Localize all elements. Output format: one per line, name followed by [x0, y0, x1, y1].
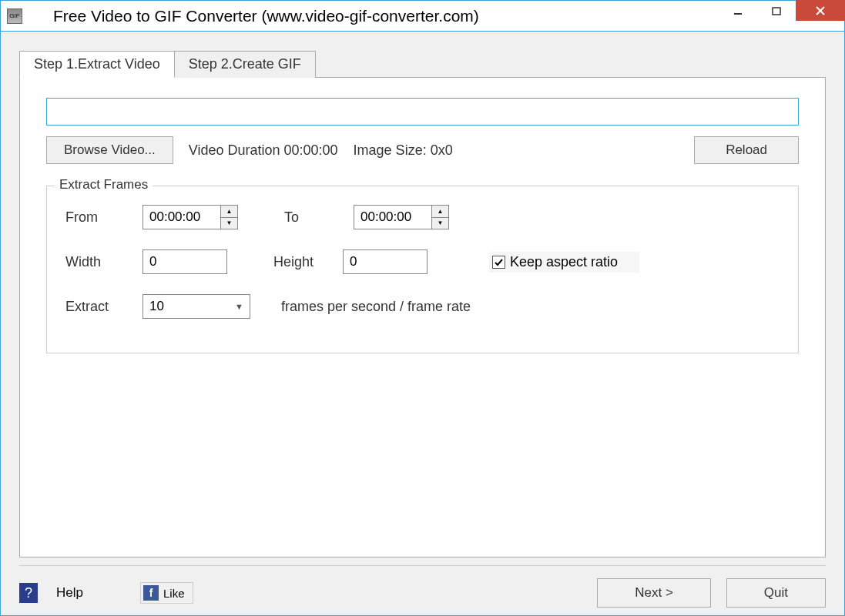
- browse-video-button[interactable]: Browse Video...: [46, 136, 173, 164]
- tab-extract-video[interactable]: Step 1.Extract Video: [19, 51, 175, 78]
- from-spin-up[interactable]: ▲: [221, 206, 237, 218]
- height-input[interactable]: [343, 249, 428, 274]
- to-time-input[interactable]: [354, 206, 431, 229]
- to-spin-up[interactable]: ▲: [432, 206, 448, 218]
- image-size-label: Image Size: 0x0: [354, 142, 453, 159]
- keep-aspect-checkbox-wrap[interactable]: Keep aspect ratio: [489, 252, 639, 273]
- footer: ? Help f Like Next > Quit: [19, 565, 826, 608]
- extract-frames-legend: Extract Frames: [55, 177, 153, 192]
- facebook-icon: f: [143, 585, 159, 601]
- extract-frames-group: Extract Frames From ▲ ▼ To ▲: [46, 186, 799, 353]
- to-label: To: [284, 209, 354, 226]
- width-label: Width: [65, 254, 143, 270]
- framerate-select[interactable]: 10 ▼: [143, 294, 250, 319]
- framerate-suffix: frames per second / frame rate: [281, 299, 471, 315]
- from-time-spinner[interactable]: ▲ ▼: [143, 205, 238, 229]
- tabs: Step 1.Extract Video Step 2.Create GIF: [19, 51, 826, 78]
- window-controls: [719, 1, 844, 31]
- time-range-row: From ▲ ▼ To ▲ ▼: [65, 205, 780, 229]
- framerate-value: 10: [149, 299, 164, 314]
- from-time-input[interactable]: [143, 206, 220, 229]
- next-button[interactable]: Next >: [597, 578, 711, 608]
- keep-aspect-checkbox[interactable]: [492, 256, 505, 269]
- titlebar: GIF Free Video to GIF Converter (www.vid…: [1, 1, 844, 32]
- app-icon: GIF: [7, 8, 22, 24]
- like-label: Like: [163, 587, 185, 600]
- app-window: GIF Free Video to GIF Converter (www.vid…: [0, 0, 845, 616]
- content-area: Step 1.Extract Video Step 2.Create GIF B…: [1, 32, 844, 615]
- help-label[interactable]: Help: [56, 585, 83, 601]
- file-row: Browse Video... Video Duration 00:00:00 …: [46, 136, 799, 164]
- close-icon: [815, 5, 826, 16]
- width-input[interactable]: [143, 249, 227, 274]
- svg-rect-1: [773, 8, 780, 15]
- size-row: Width Height Keep aspect ratio: [65, 249, 780, 274]
- minimize-icon: [733, 6, 743, 15]
- chevron-down-icon: ▼: [235, 302, 243, 311]
- quit-button[interactable]: Quit: [726, 578, 826, 608]
- maximize-icon: [772, 6, 781, 15]
- extract-row: Extract 10 ▼ frames per second / frame r…: [65, 294, 780, 319]
- from-spin-down[interactable]: ▼: [221, 218, 237, 229]
- height-label: Height: [273, 254, 343, 270]
- to-time-spinner[interactable]: ▲ ▼: [354, 205, 449, 229]
- tab-create-gif[interactable]: Step 2.Create GIF: [175, 51, 316, 78]
- from-spinner-buttons: ▲ ▼: [220, 206, 237, 229]
- window-title: Free Video to GIF Converter (www.video-g…: [53, 7, 719, 25]
- extract-label: Extract: [65, 299, 143, 315]
- to-spinner-buttons: ▲ ▼: [431, 206, 448, 229]
- video-duration-label: Video Duration 00:00:00: [189, 142, 338, 159]
- maximize-button[interactable]: [757, 1, 796, 21]
- minimize-button[interactable]: [719, 1, 757, 21]
- footer-buttons: Next > Quit: [597, 578, 826, 608]
- file-path-input[interactable]: [46, 98, 799, 126]
- keep-aspect-label: Keep aspect ratio: [510, 254, 618, 270]
- to-spin-down[interactable]: ▼: [432, 218, 448, 229]
- tab-panel-extract: Browse Video... Video Duration 00:00:00 …: [19, 77, 826, 557]
- reload-button[interactable]: Reload: [694, 136, 799, 164]
- checkmark-icon: [494, 257, 504, 267]
- help-icon[interactable]: ?: [19, 583, 38, 603]
- facebook-like-button[interactable]: f Like: [140, 582, 193, 604]
- close-button[interactable]: [796, 0, 845, 21]
- from-label: From: [65, 209, 143, 226]
